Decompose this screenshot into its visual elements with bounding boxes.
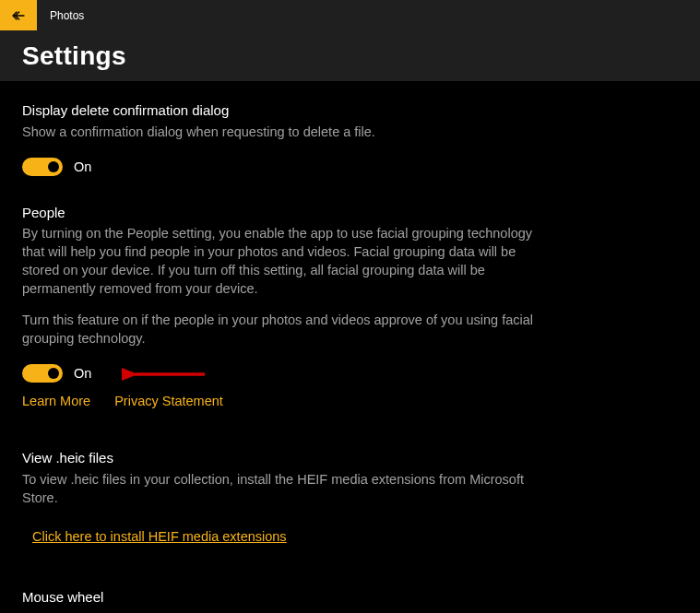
heic-title: View .heic files <box>22 449 678 468</box>
privacy-statement-link[interactable]: Privacy Statement <box>114 394 223 408</box>
heic-desc: To view .heic files in your collection, … <box>22 470 539 507</box>
delete-desc: Show a confirmation dialog when requesti… <box>22 123 539 141</box>
people-title: People <box>22 204 678 223</box>
section-mouse-wheel: Mouse wheel When viewing a single item, … <box>22 588 678 613</box>
delete-title: Display delete confirmation dialog <box>22 101 678 121</box>
people-desc-2: Turn this feature on if the people in yo… <box>22 311 539 348</box>
section-delete-confirmation: Display delete confirmation dialog Show … <box>22 101 678 176</box>
back-arrow-icon <box>11 8 26 23</box>
delete-toggle-row: On <box>22 158 678 176</box>
people-toggle[interactable] <box>22 364 63 383</box>
delete-toggle-label: On <box>74 158 91 176</box>
heic-install-link[interactable]: Click here to install HEIF media extensi… <box>32 527 287 546</box>
mouse-desc: When viewing a single item, rotate the m… <box>22 609 539 613</box>
app-title: Photos <box>37 9 84 22</box>
people-toggle-row: On <box>22 364 678 383</box>
settings-content: Display delete confirmation dialog Show … <box>0 81 700 613</box>
mouse-title: Mouse wheel <box>22 588 678 607</box>
learn-more-link[interactable]: Learn More <box>22 394 90 408</box>
people-toggle-label: On <box>74 364 91 383</box>
people-links: Learn More Privacy Statement <box>22 392 678 410</box>
page-title: Settings <box>22 41 126 71</box>
section-heic: View .heic files To view .heic files in … <box>22 449 678 546</box>
people-desc-1: By turning on the People setting, you en… <box>22 224 539 298</box>
section-people: People By turning on the People setting,… <box>22 204 678 411</box>
delete-toggle[interactable] <box>22 158 63 176</box>
annotation-arrow-icon <box>122 366 214 384</box>
title-bar: Photos <box>0 0 700 30</box>
back-button[interactable] <box>0 0 37 30</box>
page-header: Settings <box>0 30 700 81</box>
